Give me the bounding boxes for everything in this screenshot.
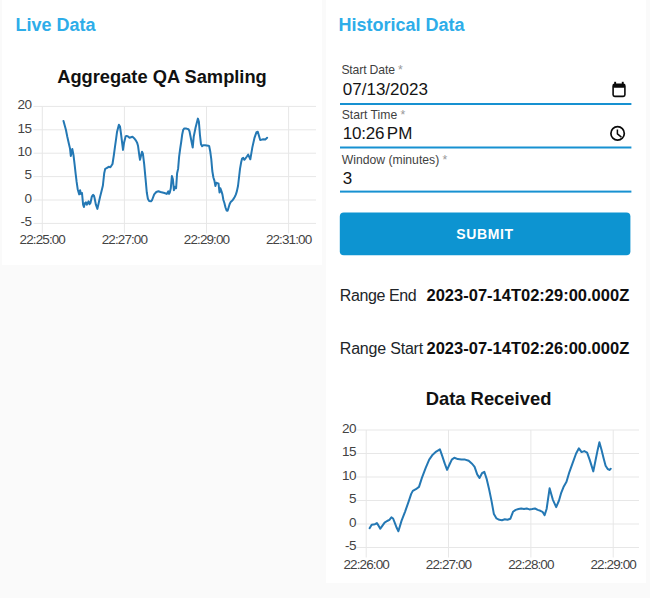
svg-text:22:29:00: 22:29:00 xyxy=(184,232,230,247)
svg-text:22:28:00: 22:28:00 xyxy=(508,557,554,572)
svg-text:Range Start: Range Start xyxy=(340,340,424,357)
svg-text:Aggregate QA Sampling: Aggregate QA Sampling xyxy=(57,66,267,87)
svg-text:22:31:00: 22:31:00 xyxy=(266,232,312,247)
svg-text:15: 15 xyxy=(342,444,356,459)
svg-text:Start Date *: Start Date * xyxy=(341,63,403,77)
svg-text:PM: PM xyxy=(387,124,413,143)
svg-text:0: 0 xyxy=(25,191,32,206)
svg-text:22:29:00: 22:29:00 xyxy=(591,557,637,572)
svg-text:07/13/2023: 07/13/2023 xyxy=(343,80,428,99)
svg-text:5: 5 xyxy=(25,167,32,182)
svg-text:Window (minutes) *: Window (minutes) * xyxy=(342,153,448,167)
svg-text:Range End: Range End xyxy=(340,287,416,304)
svg-text:5: 5 xyxy=(349,491,356,506)
svg-text:2023-07-14T02:26:00.000Z: 2023-07-14T02:26:00.000Z xyxy=(427,339,630,357)
svg-text:Start Time *: Start Time * xyxy=(342,108,406,122)
svg-text:Live Data: Live Data xyxy=(15,15,96,35)
svg-text:22:27:00: 22:27:00 xyxy=(102,232,148,247)
svg-text:22:25:00: 22:25:00 xyxy=(20,232,66,247)
svg-text:SUBMIT: SUBMIT xyxy=(456,226,513,242)
svg-text:3: 3 xyxy=(343,169,352,188)
svg-text:10: 10 xyxy=(342,468,356,483)
svg-text:0: 0 xyxy=(349,515,356,530)
svg-text:20: 20 xyxy=(17,97,31,112)
svg-text:20: 20 xyxy=(342,421,356,436)
svg-text:10:26: 10:26 xyxy=(343,124,385,143)
svg-text:15: 15 xyxy=(17,121,31,136)
svg-text:22:27:00: 22:27:00 xyxy=(426,557,472,572)
svg-text:-5: -5 xyxy=(20,214,31,229)
svg-text:22:26:00: 22:26:00 xyxy=(344,557,390,572)
svg-text:10: 10 xyxy=(17,144,31,159)
svg-text:Historical Data: Historical Data xyxy=(338,15,465,35)
svg-text:Data Received: Data Received xyxy=(426,388,552,409)
svg-text:-5: -5 xyxy=(345,538,356,553)
svg-text:2023-07-14T02:29:00.000Z: 2023-07-14T02:29:00.000Z xyxy=(427,286,630,304)
